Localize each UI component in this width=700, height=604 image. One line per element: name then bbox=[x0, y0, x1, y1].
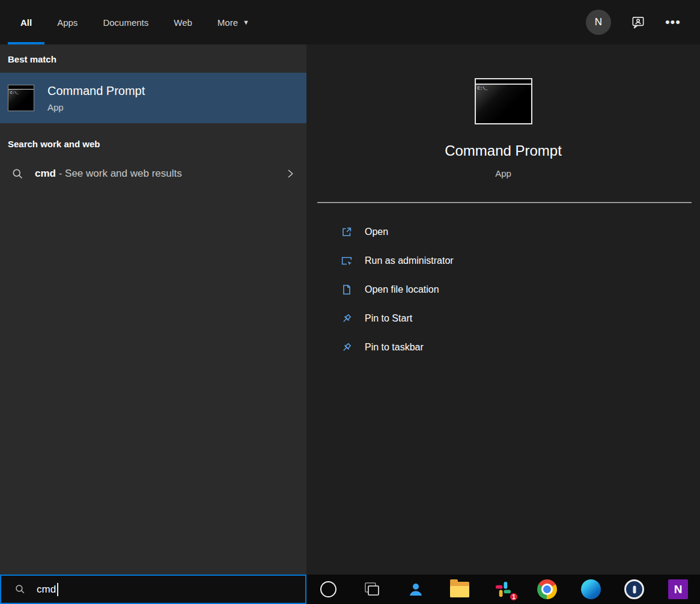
people-icon bbox=[407, 581, 425, 599]
chrome-icon bbox=[537, 579, 557, 599]
action-list: Open Run as administrator Open file loca… bbox=[306, 218, 700, 362]
slack-notification-badge: 1 bbox=[509, 592, 519, 602]
tab-apps[interactable]: Apps bbox=[44, 0, 90, 44]
action-pin-to-start[interactable]: Pin to Start bbox=[340, 304, 700, 333]
preview-header: C:\_ Command Prompt App bbox=[306, 44, 700, 178]
search-input[interactable]: cmd bbox=[0, 575, 306, 604]
preview-title: Command Prompt bbox=[445, 142, 562, 159]
file-explorer-icon bbox=[450, 582, 469, 597]
web-result-query: cmd bbox=[35, 168, 56, 179]
cmd-icon-titlebar bbox=[476, 79, 531, 85]
preview-panel: C:\_ Command Prompt App Open Run as admi… bbox=[306, 44, 700, 575]
action-label: Open bbox=[365, 227, 388, 237]
open-file-location-icon bbox=[340, 283, 353, 296]
action-open-file-location[interactable]: Open file location bbox=[340, 275, 700, 304]
cmd-icon-text: C:\_ bbox=[10, 91, 19, 95]
preview-subtitle: App bbox=[495, 168, 511, 178]
1password-icon bbox=[624, 579, 644, 599]
pin-icon bbox=[340, 341, 353, 354]
chrome-button[interactable] bbox=[525, 575, 569, 604]
chevron-right-icon[interactable] bbox=[285, 168, 296, 179]
search-filter-tabs: All Apps Documents Web More ▼ bbox=[0, 0, 262, 44]
result-title: Command Prompt bbox=[47, 84, 145, 98]
web-result-text: cmd - See work and web results bbox=[35, 168, 285, 180]
best-match-header: Best match bbox=[0, 44, 306, 73]
command-prompt-icon: C:\_ bbox=[475, 78, 532, 124]
web-search-result[interactable]: cmd - See work and web results bbox=[0, 157, 306, 190]
1password-button[interactable] bbox=[612, 575, 656, 604]
search-results-panel: Best match C:\_ Command Prompt App Searc… bbox=[0, 44, 306, 575]
tab-all[interactable]: All bbox=[8, 0, 44, 44]
text-caret bbox=[57, 583, 58, 596]
best-match-text: Command Prompt App bbox=[47, 84, 145, 112]
slack-button[interactable]: 1 bbox=[481, 575, 525, 604]
action-open[interactable]: Open bbox=[340, 218, 700, 246]
result-type: App bbox=[47, 102, 145, 112]
cortana-button[interactable] bbox=[306, 575, 350, 604]
onenote-icon: N bbox=[668, 579, 688, 599]
tab-documents-label: Documents bbox=[103, 17, 148, 28]
people-button[interactable] bbox=[394, 575, 438, 604]
cmd-icon-titlebar bbox=[8, 85, 34, 90]
feedback-icon[interactable] bbox=[630, 14, 646, 30]
tab-all-label: All bbox=[20, 17, 32, 28]
ellipsis-menu-icon[interactable]: ••• bbox=[665, 19, 681, 25]
action-run-as-administrator[interactable]: Run as administrator bbox=[340, 246, 700, 275]
search-tabs-bar: All Apps Documents Web More ▼ N ••• bbox=[0, 0, 700, 44]
cmd-icon-body: C:\_ bbox=[8, 90, 34, 110]
pin-icon bbox=[340, 312, 353, 325]
open-icon bbox=[340, 225, 353, 239]
action-pin-to-taskbar[interactable]: Pin to taskbar bbox=[340, 333, 700, 362]
web-section-header: Search work and web bbox=[0, 123, 306, 157]
action-label: Run as administrator bbox=[365, 255, 454, 266]
cortana-icon bbox=[320, 581, 336, 597]
command-prompt-icon: C:\_ bbox=[8, 85, 34, 111]
tab-web-label: Web bbox=[174, 17, 192, 28]
action-label: Pin to Start bbox=[365, 313, 412, 324]
tab-more-label: More bbox=[218, 17, 238, 28]
cmd-icon-body: C:\_ bbox=[476, 85, 531, 124]
onenote-button[interactable]: N bbox=[656, 575, 700, 604]
edge-button[interactable] bbox=[569, 575, 613, 604]
search-icon bbox=[10, 166, 25, 182]
tab-apps-label: Apps bbox=[57, 17, 78, 28]
cmd-icon-text: C:\_ bbox=[478, 86, 488, 91]
action-label: Open file location bbox=[365, 284, 439, 295]
task-view-icon bbox=[363, 581, 381, 599]
topbar-actions: N ••• bbox=[586, 10, 700, 35]
best-match-result[interactable]: C:\_ Command Prompt App bbox=[0, 73, 306, 123]
tab-web[interactable]: Web bbox=[161, 0, 205, 44]
search-icon bbox=[12, 582, 28, 597]
avatar[interactable]: N bbox=[586, 10, 611, 35]
tab-more[interactable]: More ▼ bbox=[205, 0, 262, 44]
chevron-down-icon: ▼ bbox=[243, 19, 249, 26]
taskbar: 1 N bbox=[306, 575, 700, 604]
web-result-suffix: - See work and web results bbox=[56, 168, 182, 179]
run-as-administrator-icon bbox=[340, 254, 353, 267]
search-input-value: cmd bbox=[37, 584, 56, 596]
action-label: Pin to taskbar bbox=[365, 342, 424, 353]
file-explorer-button[interactable] bbox=[437, 575, 481, 604]
task-view-button[interactable] bbox=[350, 575, 394, 604]
edge-icon bbox=[581, 579, 601, 599]
tab-documents[interactable]: Documents bbox=[90, 0, 161, 44]
divider bbox=[317, 202, 692, 203]
